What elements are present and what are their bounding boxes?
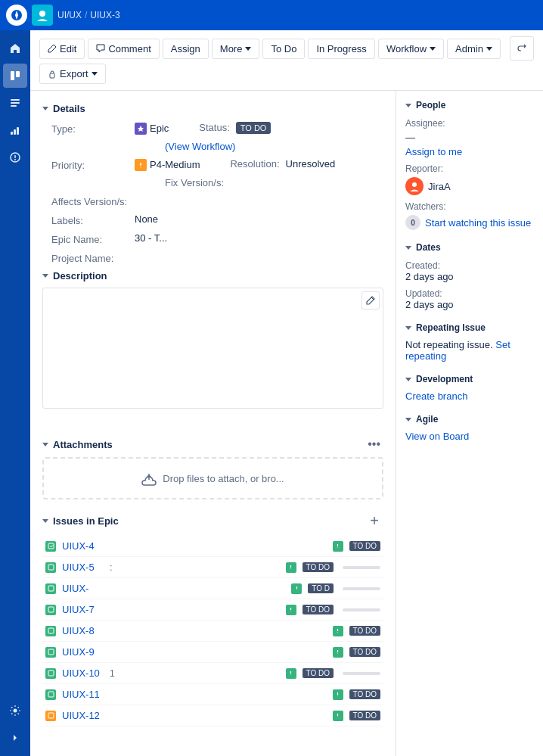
issue-priority-icon-7 <box>286 605 296 615</box>
view-on-board-link[interactable]: View on Board <box>405 431 469 442</box>
svg-point-12 <box>14 159 16 160</box>
sidebar-icon-home[interactable] <box>3 36 27 61</box>
issue-key-uiux6[interactable]: UIUX- <box>62 583 104 594</box>
repeating-header[interactable]: Repeating Issue <box>405 322 534 333</box>
issue-icon-uiux7 <box>45 605 56 615</box>
issue-row-uiux6[interactable]: UIUX- TO D <box>42 578 383 599</box>
status-badge-uiux11: TO DO <box>349 689 380 699</box>
issues-in-epic-section: Issues in Epic + UIUX-4 TO DO <box>42 512 383 726</box>
svg-rect-16 <box>48 565 54 570</box>
people-header[interactable]: People <box>405 100 534 110</box>
issue-row-uiux8[interactable]: UIUX-8 TO DO <box>42 621 383 642</box>
issue-key-uiux4[interactable]: UIUX-4 <box>62 540 104 552</box>
svg-rect-21 <box>48 670 54 676</box>
more-button[interactable]: More <box>212 39 260 59</box>
desc-chevron-icon <box>42 274 48 278</box>
type-icon <box>135 123 147 135</box>
issue-priority-icon-8 <box>333 626 343 636</box>
status-badge-uiux10: TO DO <box>303 668 334 678</box>
assign-to-me-link[interactable]: Assign to me <box>405 146 462 157</box>
issue-row-uiux5[interactable]: UIUX-5 : TO DO <box>42 557 383 578</box>
description-section: Description <box>42 270 383 434</box>
sidebar-icon-reports[interactable] <box>3 118 27 142</box>
svg-rect-7 <box>11 105 17 107</box>
admin-button[interactable]: Admin <box>447 39 501 59</box>
export-button[interactable]: Export <box>39 64 106 84</box>
issue-key-uiux5[interactable]: UIUX-5 <box>62 562 104 573</box>
issue-priority-icon-11 <box>333 689 343 700</box>
details-section-header[interactable]: Details <box>42 103 383 114</box>
attachments-more-button[interactable]: ••• <box>365 437 383 451</box>
sidebar-icon-issues[interactable] <box>3 145 27 170</box>
workflow-chevron-icon <box>430 47 436 51</box>
sidebar-icon-settings[interactable] <box>3 698 27 723</box>
status-badge-uiux12: TO DO <box>349 711 380 720</box>
issue-key-uiux8[interactable]: UIUX-8 <box>62 625 104 636</box>
details-chevron-icon <box>42 107 48 110</box>
agile-header[interactable]: Agile <box>405 414 534 425</box>
share-button[interactable] <box>510 36 534 61</box>
svg-rect-3 <box>11 71 14 80</box>
issue-icon-uiux10 <box>45 668 56 679</box>
issue-row-uiux12[interactable]: UIUX-12 TO DO <box>42 705 383 726</box>
start-watching-link[interactable]: Start watching this issue <box>425 217 531 229</box>
lock-icon <box>48 70 57 79</box>
app-logo[interactable] <box>6 5 27 26</box>
edit-icon <box>48 44 57 53</box>
issue-row-uiux11[interactable]: UIUX-11 TO DO <box>42 684 383 705</box>
issue-key-uiux12[interactable]: UIUX-12 <box>62 710 104 721</box>
issue-row-uiux7[interactable]: UIUX-7 TO DO <box>42 599 383 621</box>
svg-rect-10 <box>17 127 19 135</box>
issue-priority-icon-9 <box>333 647 343 658</box>
svg-point-13 <box>14 709 17 713</box>
view-workflow-link[interactable]: (View Workflow) <box>165 141 235 152</box>
comment-button[interactable]: Comment <box>88 39 159 59</box>
people-section: People Assignee: — Assign to me Reporter… <box>405 100 534 230</box>
issue-dots-uiux10[interactable]: 1 <box>110 668 115 679</box>
issue-priority-icon-6 <box>291 583 302 594</box>
issue-key-uiux11[interactable]: UIUX-11 <box>62 689 104 700</box>
project-avatar <box>32 5 53 26</box>
svg-rect-19 <box>48 628 54 633</box>
status-badge: TO DO <box>236 122 272 134</box>
svg-rect-18 <box>48 607 54 612</box>
issues-epic-header[interactable]: Issues in Epic <box>42 515 119 527</box>
description-edit-button[interactable] <box>361 291 380 310</box>
assign-button[interactable]: Assign <box>163 39 209 59</box>
add-issue-button[interactable]: + <box>365 512 383 530</box>
issue-key-uiux9[interactable]: UIUX-9 <box>62 646 104 658</box>
comment-icon <box>96 44 105 53</box>
sidebar-icon-expand[interactable] <box>3 726 27 750</box>
issue-dots-uiux5[interactable]: : <box>110 562 113 573</box>
edit-button[interactable]: Edit <box>39 39 85 59</box>
drop-zone[interactable]: Drop files to attach, or bro... <box>42 457 383 499</box>
sidebar-icon-board[interactable] <box>3 64 27 88</box>
dates-header[interactable]: Dates <box>405 242 534 253</box>
workflow-button[interactable]: Workflow <box>378 39 444 59</box>
description-area[interactable] <box>42 288 383 409</box>
development-header[interactable]: Development <box>405 374 534 384</box>
svg-rect-23 <box>48 713 54 718</box>
share-icon <box>517 43 527 54</box>
issue-row-uiux4[interactable]: UIUX-4 TO DO <box>42 536 383 557</box>
issue-priority-icon <box>333 541 343 552</box>
description-header[interactable]: Description <box>42 270 383 282</box>
issue-icon-uiux12 <box>45 711 56 721</box>
issue-icon-uiux6 <box>45 583 56 594</box>
breadcrumb-issue[interactable]: UIUX-3 <box>90 10 119 20</box>
sidebar-icon-backlog[interactable] <box>3 91 27 115</box>
create-branch-link[interactable]: Create branch <box>405 390 467 402</box>
issue-key-uiux10[interactable]: UIUX-10 <box>62 667 104 679</box>
breadcrumb-project[interactable]: UI/UX <box>57 10 82 20</box>
dates-chevron-icon <box>405 246 411 250</box>
status-badge-uiux9: TO DO <box>349 647 380 657</box>
issue-key-uiux7[interactable]: UIUX-7 <box>62 604 104 615</box>
issue-row-uiux10[interactable]: UIUX-10 1 TO DO <box>42 663 383 684</box>
todo-button[interactable]: To Do <box>262 39 305 59</box>
more-chevron-icon <box>245 47 251 51</box>
reporter-avatar <box>405 177 424 195</box>
svg-rect-15 <box>48 543 54 549</box>
issue-row-uiux9[interactable]: UIUX-9 TO DO <box>42 642 383 663</box>
inprogress-button[interactable]: In Progress <box>308 39 374 59</box>
attachments-header[interactable]: Attachments <box>42 439 113 450</box>
